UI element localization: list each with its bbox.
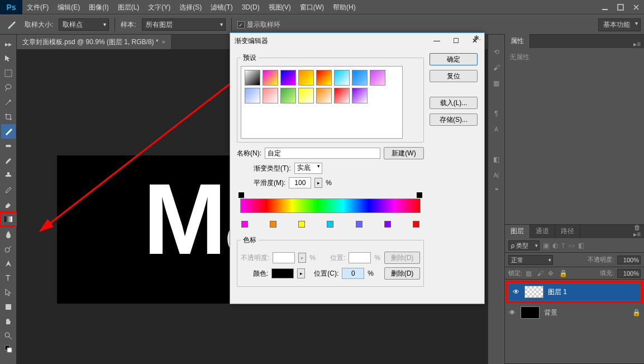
preset-swatch[interactable] xyxy=(334,70,350,86)
character-panel-icon[interactable]: A xyxy=(490,123,503,135)
visibility-icon[interactable]: 👁 xyxy=(508,309,516,316)
filter-shape-icon[interactable]: ▭ xyxy=(569,242,575,249)
expand-icon[interactable]: ▸▸ xyxy=(1,37,16,51)
maximize-button[interactable] xyxy=(613,1,628,13)
document-tab[interactable]: 文章封面模板.psd @ 90.9% (图层 1, RGB/8) * × xyxy=(17,35,171,49)
brush-panel-icon[interactable]: 🖌 xyxy=(490,62,503,74)
menu-type[interactable]: 文字(Y) xyxy=(144,0,175,15)
layers-tab[interactable]: 图层 xyxy=(505,224,530,238)
history-brush-tool[interactable] xyxy=(1,182,16,197)
preset-swatch[interactable] xyxy=(334,88,350,103)
opacity-input[interactable]: 100% xyxy=(617,256,641,264)
delete-stop-button-2[interactable]: 删除(D) xyxy=(384,267,420,280)
save-button[interactable]: 存储(S)... xyxy=(430,114,478,126)
preset-swatch[interactable] xyxy=(352,88,368,103)
align-panel-icon[interactable]: A| xyxy=(490,169,503,181)
ok-button[interactable]: 确定 xyxy=(430,53,478,65)
gradient-type-dropdown[interactable]: 实底▾ xyxy=(294,163,322,174)
show-ring-checkbox[interactable]: 显示取样环 xyxy=(237,20,280,30)
path-select-tool[interactable] xyxy=(1,285,16,300)
preset-swatch[interactable] xyxy=(263,70,278,86)
color-stop[interactable] xyxy=(327,221,333,228)
lock-pixels-icon[interactable]: 🖌 xyxy=(537,270,545,277)
shape-tool[interactable] xyxy=(1,300,16,314)
filter-image-icon[interactable]: ▣ xyxy=(543,242,549,249)
dodge-tool[interactable] xyxy=(1,242,16,256)
smoothness-input[interactable] xyxy=(289,177,311,188)
panel-menu-icon[interactable]: ▸≡ xyxy=(630,230,644,238)
preset-swatch[interactable] xyxy=(280,70,296,86)
workspace-switcher[interactable]: 基本功能 xyxy=(598,18,641,31)
stop-color-well[interactable] xyxy=(271,268,294,278)
blend-mode-dropdown[interactable]: 正常 xyxy=(508,255,553,265)
dialog-minimize-icon[interactable]: — xyxy=(432,36,442,46)
menu-image[interactable]: 图像(I) xyxy=(84,0,113,15)
gradient-bar[interactable] xyxy=(240,198,421,213)
menu-3d[interactable]: 3D(D) xyxy=(237,0,264,15)
panel-menu-icon[interactable]: ▸≡ xyxy=(630,40,644,48)
dialog-titlebar[interactable]: 渐变编辑器 — ☐ ✕ xyxy=(230,33,484,49)
menu-edit[interactable]: 编辑(E) xyxy=(53,0,84,15)
minimize-button[interactable] xyxy=(597,1,613,13)
pen-tool[interactable] xyxy=(1,256,16,271)
dialog-maximize-icon[interactable]: ☐ xyxy=(451,36,461,46)
preset-swatch[interactable] xyxy=(298,88,314,103)
color-stop[interactable] xyxy=(241,221,248,228)
preset-swatch[interactable] xyxy=(280,88,296,103)
trash-icon[interactable]: 🗑 xyxy=(634,224,641,231)
paths-tab[interactable]: 路径 xyxy=(555,224,580,238)
paragraph-panel-icon[interactable]: ¶ xyxy=(490,107,503,120)
lock-position-icon[interactable]: ✥ xyxy=(548,270,556,277)
zoom-tool[interactable] xyxy=(1,329,16,343)
preset-swatch[interactable] xyxy=(370,70,385,86)
hand-tool[interactable] xyxy=(1,314,16,329)
healing-tool[interactable] xyxy=(1,139,16,153)
color-stop[interactable] xyxy=(356,221,362,228)
layer-name[interactable]: 图层 1 xyxy=(548,287,567,297)
layer-row[interactable]: 👁 背景 🔒 xyxy=(505,304,644,321)
filter-adjust-icon[interactable]: ◐ xyxy=(552,242,558,249)
blur-tool[interactable] xyxy=(1,227,16,242)
menu-filter[interactable]: 滤镜(T) xyxy=(206,0,237,15)
color-stop[interactable] xyxy=(298,221,305,228)
menu-view[interactable]: 视图(V) xyxy=(264,0,295,15)
filter-type-icon[interactable]: T xyxy=(561,242,565,249)
layer-name[interactable]: 背景 xyxy=(544,308,557,318)
new-button[interactable]: 新建(W) xyxy=(384,147,424,159)
history-panel-icon[interactable]: ⟲ xyxy=(490,46,503,58)
stop-position2-input[interactable] xyxy=(342,268,364,279)
swatch-panel-icon[interactable]: ▦ xyxy=(490,77,503,89)
menu-window[interactable]: 窗口(W) xyxy=(295,0,328,15)
type-tool[interactable]: T xyxy=(1,271,16,285)
lock-transparent-icon[interactable]: ▦ xyxy=(526,270,533,277)
preset-swatch[interactable] xyxy=(316,88,332,103)
close-button[interactable] xyxy=(628,1,644,13)
brush-tool[interactable] xyxy=(1,153,16,168)
3d-panel-icon[interactable]: ◧ xyxy=(490,153,503,166)
gradient-tool[interactable] xyxy=(0,211,18,227)
reset-button[interactable]: 复位 xyxy=(430,70,478,82)
menu-layer[interactable]: 图层(L) xyxy=(113,0,144,15)
lock-all-icon[interactable]: 🔒 xyxy=(559,270,567,277)
sample-dropdown[interactable]: 所有图层 xyxy=(142,18,226,31)
opacity-stop[interactable] xyxy=(238,192,244,198)
preset-swatch[interactable] xyxy=(316,70,332,86)
color-swatches[interactable] xyxy=(1,343,16,354)
stamp-tool[interactable] xyxy=(1,168,16,182)
preset-swatch[interactable] xyxy=(352,70,368,86)
glyph-panel-icon[interactable]: ❝ xyxy=(490,185,503,197)
preset-swatch[interactable] xyxy=(245,70,260,86)
color-stop[interactable] xyxy=(413,221,419,228)
move-tool[interactable] xyxy=(1,51,16,66)
load-button[interactable]: 载入(L)... xyxy=(430,97,478,109)
layer-filter-dropdown[interactable]: ρ 类型 xyxy=(508,240,540,250)
preset-swatch[interactable] xyxy=(245,88,260,103)
menu-help[interactable]: 帮助(H) xyxy=(328,0,360,15)
preset-swatch[interactable] xyxy=(298,70,314,86)
eraser-tool[interactable] xyxy=(1,197,16,211)
marquee-tool[interactable] xyxy=(1,66,16,81)
layer-row[interactable]: 👁 图层 1 xyxy=(509,283,640,300)
name-input[interactable] xyxy=(265,148,380,159)
menu-file[interactable]: 文件(F) xyxy=(22,0,53,15)
opacity-stop[interactable] xyxy=(417,192,422,198)
